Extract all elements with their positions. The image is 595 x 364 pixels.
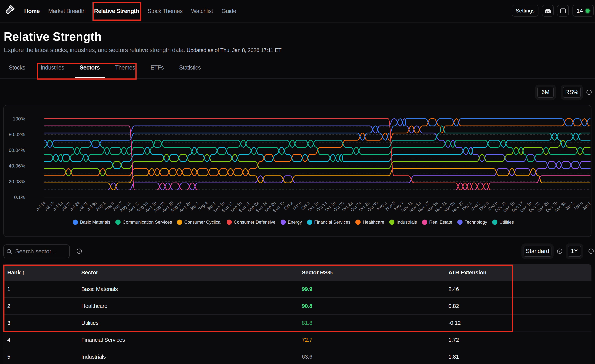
svg-text:Jul 22: Jul 22 <box>60 200 72 212</box>
svg-text:Jan 2: Jan 2 <box>564 200 575 211</box>
svg-text:Jul 16: Jul 16 <box>43 200 55 212</box>
svg-text:Nov 5: Nov 5 <box>385 200 396 212</box>
svg-text:Aug 5: Aug 5 <box>103 200 115 212</box>
svg-text:Jan 8: Jan 8 <box>581 200 592 211</box>
svg-text:0.1%: 0.1% <box>14 194 25 200</box>
svg-text:Aug 1: Aug 1 <box>95 200 106 212</box>
svg-text:Dec 5: Dec 5 <box>478 200 490 212</box>
svg-text:40.06%: 40.06% <box>9 163 25 169</box>
svg-text:60.04%: 60.04% <box>9 147 25 153</box>
svg-text:Jul 14: Jul 14 <box>35 200 47 212</box>
svg-text:Sep 4: Sep 4 <box>197 200 209 212</box>
svg-text:Oct 2: Oct 2 <box>283 200 294 211</box>
svg-text:80.02%: 80.02% <box>9 132 25 137</box>
svg-text:Dec 3: Dec 3 <box>470 200 481 212</box>
svg-text:Jan 6: Jan 6 <box>573 200 584 211</box>
svg-text:100%: 100% <box>13 116 25 122</box>
svg-text:20.08%: 20.08% <box>9 179 25 185</box>
svg-text:Sep 2: Sep 2 <box>188 200 200 212</box>
svg-text:Nov 3: Nov 3 <box>376 200 388 212</box>
svg-text:Jul 28: Jul 28 <box>78 200 89 212</box>
svg-text:Dec 1: Dec 1 <box>461 200 473 212</box>
svg-text:Jul 24: Jul 24 <box>69 200 81 212</box>
svg-text:Jul 30: Jul 30 <box>86 200 98 212</box>
svg-text:Oct 6: Oct 6 <box>291 200 302 211</box>
